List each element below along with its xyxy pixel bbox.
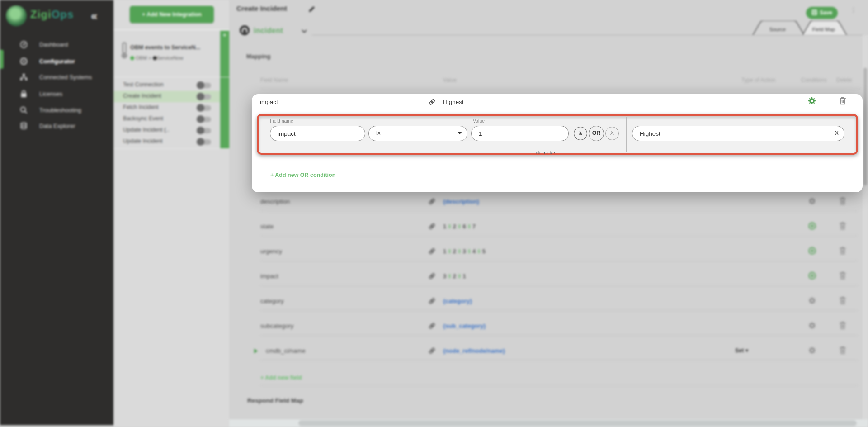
systems-icon xyxy=(20,73,28,81)
toggle-knob xyxy=(197,104,204,112)
mapping-row-cmdb_ci-name[interactable]: cmdb_ci/name{node_ref/node/name}Set ▾ xyxy=(229,336,868,361)
search-icon xyxy=(20,106,28,114)
page-title: Create Incident xyxy=(236,5,287,13)
conditions-gear-icon[interactable] xyxy=(808,97,816,105)
action-item-test-connection[interactable]: Test Connection xyxy=(113,80,220,91)
tab-field-map[interactable]: Field Map xyxy=(801,24,846,35)
conditions-gear-icon[interactable] xyxy=(808,197,816,205)
sidebar-item-label: Data Explorer xyxy=(39,123,75,129)
lock-icon xyxy=(20,90,28,98)
condition-value-input[interactable] xyxy=(471,126,569,141)
toggle-knob xyxy=(197,138,204,146)
delete-trash-icon[interactable] xyxy=(839,96,846,105)
condition-field-input[interactable] xyxy=(270,126,365,141)
delete-trash-icon[interactable] xyxy=(839,296,846,304)
action-item-update-incident[interactable]: Update Incident xyxy=(113,136,220,147)
divider xyxy=(260,108,854,108)
action-toggle[interactable] xyxy=(198,94,211,100)
edit-pencil-icon[interactable] xyxy=(308,5,315,13)
conditions-gear-icon[interactable] xyxy=(808,322,816,329)
delete-trash-icon[interactable] xyxy=(839,222,846,230)
link-icon xyxy=(429,273,435,280)
conditions-gear-icon[interactable] xyxy=(808,297,816,304)
divider xyxy=(260,385,858,386)
action-item-update-incident-[interactable]: Update Incident (.. xyxy=(113,125,220,136)
expand-row-icon[interactable] xyxy=(254,349,258,353)
row-value: {sub_category} xyxy=(443,323,486,329)
toggle-knob xyxy=(197,93,204,100)
condition-operator-select[interactable]: is xyxy=(368,126,467,141)
action-item-create-incident[interactable]: Create Incident xyxy=(113,91,220,102)
dashboard-icon xyxy=(20,41,28,48)
integrations-panel: + Add New Integration + OBM events to Se… xyxy=(113,0,229,427)
action-item-fetch-incident[interactable]: Fetch Incident xyxy=(113,102,220,114)
delete-trash-icon[interactable] xyxy=(839,321,846,329)
action-toggle[interactable] xyxy=(198,83,211,88)
action-toggle[interactable] xyxy=(198,117,211,122)
mapping-row-urgency[interactable]: urgency1‖2‖3‖4‖5 xyxy=(229,236,868,261)
chevron-down-icon[interactable] xyxy=(302,29,307,33)
divider xyxy=(113,77,229,77)
remove-condition-button[interactable]: X xyxy=(605,127,619,140)
add-new-or-condition-link[interactable]: + Add new OR condition xyxy=(270,172,335,178)
link-icon xyxy=(429,347,435,354)
add-condition-icon[interactable] xyxy=(808,247,816,255)
sidebar-item-dashboard[interactable]: Dashboard xyxy=(0,38,113,52)
action-label: Update Incident xyxy=(123,138,163,144)
add-new-field-link[interactable]: + Add new field xyxy=(260,375,302,381)
row-value: {description} xyxy=(443,198,479,205)
add-condition-icon[interactable] xyxy=(808,222,816,230)
action-toggle[interactable] xyxy=(198,105,211,111)
sidebar-item-licenses[interactable]: Licenses xyxy=(0,87,113,101)
delete-trash-icon[interactable] xyxy=(839,197,846,205)
type-of-action-dropdown[interactable]: Set ▾ xyxy=(735,347,748,354)
configurator-icon xyxy=(20,57,28,65)
clear-result-button[interactable]: X xyxy=(835,129,839,137)
divider xyxy=(113,29,229,30)
delete-trash-icon[interactable] xyxy=(839,271,846,280)
sidebar-item-configurator[interactable]: Configurator xyxy=(0,55,113,68)
respond-field-map-title: Respond Field Map xyxy=(247,397,303,404)
tab-source[interactable]: Source xyxy=(755,24,800,35)
condition-result-input[interactable] xyxy=(632,126,844,141)
add-new-integration-button[interactable]: + Add New Integration xyxy=(130,6,214,23)
entity-dropdown[interactable]: incident xyxy=(254,27,283,35)
add-condition-icon[interactable] xyxy=(808,272,816,280)
link-icon xyxy=(429,99,435,105)
mapping-row-state[interactable]: state1‖2‖6‖7 xyxy=(229,211,868,236)
integration-title[interactable]: OBM events to ServiceN... xyxy=(130,44,200,51)
more-options-icon[interactable]: ⋮ xyxy=(850,9,853,19)
delete-trash-icon[interactable] xyxy=(839,346,846,354)
servicenow-icon xyxy=(239,25,250,36)
action-toggle[interactable] xyxy=(198,139,211,145)
sidebar-collapse-icon[interactable]: « xyxy=(91,9,97,23)
action-toggle[interactable] xyxy=(198,128,211,133)
mapping-row-subcategory[interactable]: subcategory{sub_category} xyxy=(229,311,868,336)
column-header-delete: Delete xyxy=(836,77,852,83)
row-field-name: state xyxy=(260,223,274,230)
row-field-name: description xyxy=(260,198,290,205)
row-values: 1‖2‖6‖7 xyxy=(443,223,476,230)
user-menu[interactable]: Hi, Admin ▴ xyxy=(0,396,113,423)
and-condition-button[interactable]: & xyxy=(574,127,587,140)
column-header-type-of-action: Type of Action xyxy=(741,77,775,83)
modal-field-name: impact xyxy=(260,99,278,105)
save-icon xyxy=(811,9,817,15)
sidebar-item-data-explorer[interactable]: Data Explorer xyxy=(0,119,113,133)
sidebar-item-troubleshooting[interactable]: Troubleshooting xyxy=(0,104,113,117)
mapping-row-category[interactable]: category{category} xyxy=(229,286,868,311)
row-field-name: category xyxy=(260,298,284,304)
vertical-scrollbar-thumb[interactable] xyxy=(863,68,867,185)
delete-trash-icon[interactable] xyxy=(839,247,846,255)
or-condition-button[interactable]: OR xyxy=(589,126,604,141)
row-field-name: urgency xyxy=(260,248,282,255)
app-logo-text: ZigiOps xyxy=(30,8,74,21)
conditions-gear-icon[interactable] xyxy=(808,346,816,354)
action-item-backsync-event[interactable]: Backsync Event xyxy=(113,114,220,125)
save-button[interactable]: Save xyxy=(806,7,838,19)
sidebar-item-connected-systems[interactable]: Connected Systems xyxy=(0,71,113,84)
horizontal-scrollbar-thumb[interactable] xyxy=(298,420,857,426)
mapping-row-impact[interactable]: impact3‖2‖1 xyxy=(229,261,868,286)
sidebar-item-label: Troubleshooting xyxy=(39,107,81,114)
integration-add-rail[interactable]: + xyxy=(220,31,229,148)
